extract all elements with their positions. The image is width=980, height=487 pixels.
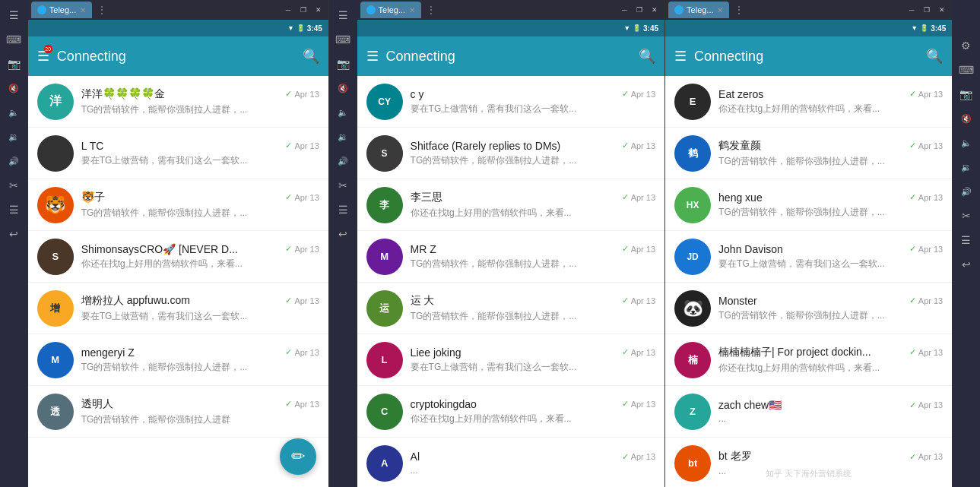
toolbar-icon-vol3[interactable]: 🔊 bbox=[2, 150, 25, 172]
chat-top-3-7: bt 老罗 ✓ Apr 13 bbox=[718, 450, 943, 463]
chat-item-3-2[interactable]: HX heng xue ✓ Apr 13 TG的营销软件，能帮你强制拉人进群，.… bbox=[665, 179, 952, 231]
right-toolbar-icon-vol2[interactable]: 🔉 bbox=[955, 156, 978, 179]
right-toolbar-icon-keyboard[interactable]: ⌨ bbox=[955, 59, 978, 81]
win-restore-3[interactable]: ❐ bbox=[920, 5, 934, 15]
mid-toolbar-icon-scissors[interactable]: ✂ bbox=[331, 174, 354, 197]
chat-item-2-0[interactable]: CY c y ✓ Apr 13 要在TG上做营销，需有我们这么一套软... bbox=[357, 76, 664, 128]
hamburger-menu-1[interactable]: ☰ 20 bbox=[37, 48, 49, 65]
tab-more-1[interactable]: ⋮ bbox=[97, 4, 107, 16]
chat-item-2-7[interactable]: A Al ✓ Apr 13 ... bbox=[357, 438, 664, 487]
win-close-2[interactable]: ✕ bbox=[648, 5, 661, 15]
right-toolbar-icon-list[interactable]: ☰ bbox=[955, 229, 978, 251]
chat-list-3[interactable]: E Eat zeros ✓ Apr 13 你还在找tg上好用的营销软件吗，来看.… bbox=[665, 76, 952, 487]
chat-name-1-5: mengeryi Z bbox=[81, 346, 135, 359]
chat-item-1-3[interactable]: S ShimonsaysCRO🚀 [NEVER D... ✓ Apr 13 你还… bbox=[28, 231, 328, 283]
chat-top-3-1: 鹤发童颜 ✓ Apr 13 bbox=[718, 139, 943, 153]
toolbar-icon-reply[interactable]: ↩ bbox=[2, 223, 25, 245]
middle-toolbar: ☰ ⌨ 📷 🔇 🔈 🔉 🔊 ✂ ☰ ↩ bbox=[329, 0, 357, 487]
toolbar-icon-keyboard[interactable]: ⌨ bbox=[2, 28, 25, 51]
search-icon-1[interactable]: 🔍 bbox=[303, 48, 319, 65]
win-minimize-2[interactable]: ─ bbox=[617, 5, 631, 15]
chat-item-1-1[interactable]: L TC ✓ Apr 13 要在TG上做营销，需有我们这么一套软... bbox=[28, 128, 328, 179]
chat-item-3-3[interactable]: JD John Davison ✓ Apr 13 要在TG上做营销，需有我们这么… bbox=[665, 231, 952, 283]
chat-item-1-6[interactable]: 透 透明人 ✓ Apr 13 TG的营销软件，能帮你强制拉人进群 bbox=[28, 386, 328, 438]
chat-list-2[interactable]: CY c y ✓ Apr 13 要在TG上做营销，需有我们这么一套软... S … bbox=[357, 76, 664, 487]
win-restore-1[interactable]: ❐ bbox=[297, 5, 310, 15]
tab-telegram-1[interactable]: Teleg... ✕ bbox=[31, 2, 92, 18]
right-toolbar-icon-camera[interactable]: 📷 bbox=[955, 83, 978, 106]
chat-top-2-3: MR Z ✓ Apr 13 bbox=[411, 243, 655, 255]
chat-item-3-1[interactable]: 鹤 鹤发童颜 ✓ Apr 13 TG的营销软件，能帮你强制拉人进群，... bbox=[665, 128, 952, 179]
chat-time-3-1: ✓ Apr 13 bbox=[909, 141, 943, 150]
right-toolbar-icon-scissors[interactable]: ✂ bbox=[955, 204, 978, 227]
chat-content-1-3: ShimonsaysCRO🚀 [NEVER D... ✓ Apr 13 你还在找… bbox=[81, 243, 319, 270]
avatar-3-0: E bbox=[674, 84, 711, 120]
toolbar-icon-menu[interactable]: ☰ bbox=[2, 4, 25, 27]
mid-toolbar-icon-camera[interactable]: 📷 bbox=[331, 52, 354, 75]
chat-item-2-2[interactable]: 李 李三思 ✓ Apr 13 你还在找tg上好用的营销软件吗，来看... bbox=[357, 179, 664, 231]
chat-time-1-0: ✓ Apr 13 bbox=[285, 89, 319, 99]
chat-item-2-6[interactable]: C cryptokingdao ✓ Apr 13 你还在找tg上好用的营销软件吗… bbox=[357, 386, 664, 438]
win-restore-2[interactable]: ❐ bbox=[633, 5, 646, 15]
chat-time-2-4: ✓ Apr 13 bbox=[622, 296, 655, 305]
chat-item-2-1[interactable]: S Shitface (Rarely replies to DMs) ✓ Apr… bbox=[357, 128, 664, 179]
hamburger-menu-3[interactable]: ☰ bbox=[674, 48, 687, 65]
mid-toolbar-icon-list[interactable]: ☰ bbox=[331, 198, 354, 221]
chat-content-1-2: 🐯子 ✓ Apr 13 TG的营销软件，能帮你强制拉人进群，... bbox=[81, 191, 319, 220]
chat-item-3-7[interactable]: bt bt 老罗 ✓ Apr 13 ... bbox=[665, 438, 952, 487]
toolbar-icon-scissors[interactable]: ✂ bbox=[2, 174, 25, 197]
toolbar-icon-vol1[interactable]: 🔈 bbox=[2, 101, 25, 124]
right-toolbar-icon-vol1[interactable]: 🔈 bbox=[955, 131, 978, 154]
win-close-1[interactable]: ✕ bbox=[312, 5, 325, 15]
chat-name-3-1: 鹤发童颜 bbox=[718, 139, 761, 153]
mid-toolbar-icon-menu[interactable]: ☰ bbox=[331, 4, 354, 27]
tab-telegram-3[interactable]: Teleg... ✕ bbox=[668, 2, 729, 18]
right-toolbar-icon-gear[interactable]: ⚙ bbox=[955, 34, 978, 57]
chat-preview-2-6: 你还在找tg上好用的营销软件吗，来看... bbox=[411, 413, 655, 425]
toolbar-icon-camera[interactable]: 📷 bbox=[2, 52, 25, 75]
chat-item-1-2[interactable]: 🐯 🐯子 ✓ Apr 13 TG的营销软件，能帮你强制拉人进群，... bbox=[28, 179, 328, 231]
mid-toolbar-icon-vol2[interactable]: 🔉 bbox=[331, 125, 354, 148]
chat-item-1-0[interactable]: 洋 洋洋🍀🍀🍀🍀金 ✓ Apr 13 TG的营销软件，能帮你强制拉人进群，... bbox=[28, 76, 328, 128]
mid-toolbar-icon-keyboard[interactable]: ⌨ bbox=[331, 28, 354, 51]
chat-name-3-4: Monster bbox=[718, 295, 757, 307]
right-toolbar-icon-mute[interactable]: 🔇 bbox=[955, 107, 978, 130]
toolbar-icon-mute[interactable]: 🔇 bbox=[2, 77, 25, 100]
tab-close-1[interactable]: ✕ bbox=[80, 6, 86, 14]
mid-toolbar-icon-reply[interactable]: ↩ bbox=[331, 223, 354, 245]
toolbar-icon-vol2[interactable]: 🔉 bbox=[2, 125, 25, 148]
chat-item-3-5[interactable]: 楠 楠楠楠楠子| For project dockin... ✓ Apr 13 … bbox=[665, 334, 952, 386]
chat-top-2-5: Liee joking ✓ Apr 13 bbox=[411, 346, 655, 359]
status-time-3: 3:45 bbox=[931, 24, 946, 33]
chat-item-2-4[interactable]: 运 运 大 ✓ Apr 13 TG的营销软件，能帮你强制拉人进群，... bbox=[357, 283, 664, 334]
win-minimize-3[interactable]: ─ bbox=[905, 5, 918, 15]
right-toolbar-icon-vol3[interactable]: 🔊 bbox=[955, 180, 978, 203]
tab-more-2[interactable]: ⋮ bbox=[426, 4, 436, 16]
mid-toolbar-icon-mute[interactable]: 🔇 bbox=[331, 77, 354, 100]
chat-item-3-0[interactable]: E Eat zeros ✓ Apr 13 你还在找tg上好用的营销软件吗，来看.… bbox=[665, 76, 952, 128]
hamburger-menu-2[interactable]: ☰ bbox=[366, 48, 379, 65]
chat-list-1[interactable]: 洋 洋洋🍀🍀🍀🍀金 ✓ Apr 13 TG的营销软件，能帮你强制拉人进群，...… bbox=[28, 76, 328, 487]
search-icon-3[interactable]: 🔍 bbox=[926, 48, 943, 65]
chat-item-1-4[interactable]: 增 增粉拉人 appfuwu.com ✓ Apr 13 要在TG上做营销，需有我… bbox=[28, 283, 328, 334]
compose-fab-1[interactable]: ✏ bbox=[280, 438, 316, 475]
chat-item-1-5[interactable]: M mengeryi Z ✓ Apr 13 TG的营销软件，能帮你强制拉人进群，… bbox=[28, 334, 328, 386]
tab-close-2[interactable]: ✕ bbox=[409, 6, 415, 14]
chat-time-2-5: ✓ Apr 13 bbox=[622, 347, 655, 357]
win-close-3[interactable]: ✕ bbox=[935, 5, 949, 15]
search-icon-2[interactable]: 🔍 bbox=[639, 48, 655, 65]
tab-telegram-2[interactable]: Teleg... ✕ bbox=[360, 2, 421, 18]
toolbar-icon-list[interactable]: ☰ bbox=[2, 198, 25, 221]
chat-item-3-4[interactable]: 🐼 Monster ✓ Apr 13 TG的营销软件，能帮你强制拉人进群，... bbox=[665, 283, 952, 334]
mid-toolbar-icon-vol1[interactable]: 🔈 bbox=[331, 101, 354, 124]
chat-item-3-6[interactable]: Z zach chew🇺🇸 ✓ Apr 13 ... bbox=[665, 386, 952, 438]
chat-item-2-3[interactable]: M MR Z ✓ Apr 13 TG的营销软件，能帮你强制拉人进群，... bbox=[357, 231, 664, 283]
mid-toolbar-icon-vol3[interactable]: 🔊 bbox=[331, 150, 354, 172]
tab-more-3[interactable]: ⋮ bbox=[734, 4, 744, 16]
chat-preview-3-0: 你还在找tg上好用的营销软件吗，来看... bbox=[718, 103, 943, 115]
chat-item-2-5[interactable]: L Liee joking ✓ Apr 13 要在TG上做营销，需有我们这么一套… bbox=[357, 334, 664, 386]
win-minimize-1[interactable]: ─ bbox=[281, 5, 295, 15]
right-toolbar-icon-reply[interactable]: ↩ bbox=[955, 253, 978, 276]
tab-close-3[interactable]: ✕ bbox=[717, 6, 723, 14]
chat-preview-3-6: ... bbox=[718, 413, 943, 424]
